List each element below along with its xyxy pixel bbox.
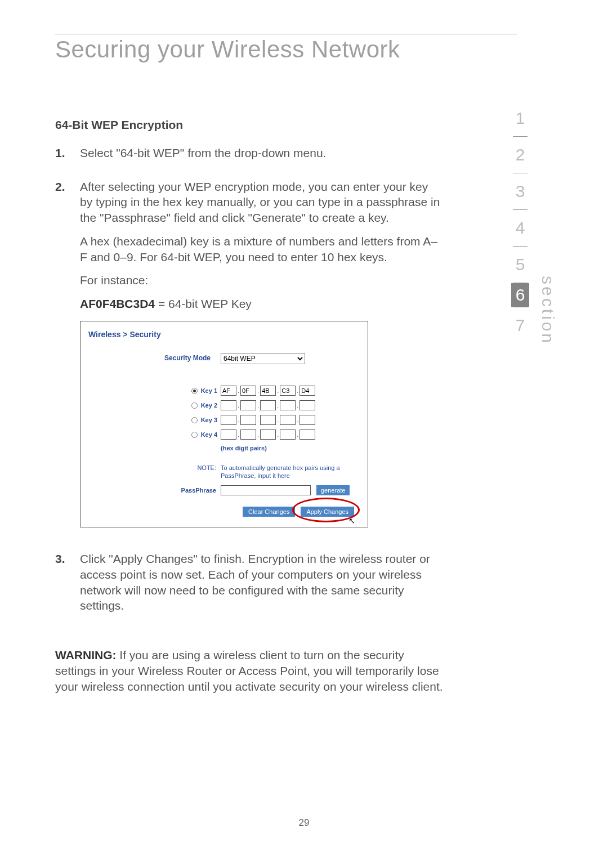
key-4-hex-1[interactable]	[221, 429, 236, 440]
apply-changes-button[interactable]: Apply Changes	[301, 507, 354, 517]
subheading: 64-Bit WEP Encryption	[55, 118, 444, 132]
key-3-row: Key 3 . . . .	[88, 415, 360, 425]
section-nav-4[interactable]: 4	[516, 210, 525, 246]
key-4-hex-2[interactable]	[240, 429, 256, 440]
page-number: 29	[0, 817, 608, 829]
section-nav-5[interactable]: 5	[516, 247, 525, 283]
key-1-hex-5[interactable]	[299, 386, 315, 396]
key-2-radio[interactable]	[191, 402, 198, 409]
key-1-hex-3[interactable]	[260, 386, 276, 396]
clear-changes-button[interactable]: Clear Changes	[243, 507, 295, 517]
button-row: Clear Changes Apply Changes ↖	[88, 507, 360, 517]
passphrase-row: PassPhrase generate	[88, 485, 360, 495]
hex-pairs-note: (hex digit pairs)	[221, 444, 360, 453]
passphrase-input[interactable]	[221, 485, 311, 495]
step-2: 2. After selecting your WEP encryption m…	[55, 179, 444, 542]
title-divider	[55, 34, 517, 34]
note-text: To automatically generate hex pairs usin…	[221, 464, 360, 480]
section-nav-7[interactable]: 7	[516, 307, 525, 343]
main-content: 64-Bit WEP Encryption 1. Select "64-bit …	[55, 118, 444, 694]
note-row: NOTE: To automatically generate hex pair…	[88, 464, 360, 480]
page-title: Securing your Wireless Network	[55, 36, 400, 63]
section-nav: 1 2 3 4 5 6 7	[510, 100, 530, 343]
step-text: For instance:	[80, 272, 444, 288]
warning-paragraph: WARNING: If you are using a wireless cli…	[55, 647, 444, 694]
step-number: 3.	[55, 551, 80, 621]
instruction-list: 1. Select "64-bit WEP" from the drop-dow…	[55, 145, 444, 621]
key-4-radio[interactable]	[191, 432, 198, 438]
step-text: After selecting your WEP encryption mode…	[80, 179, 444, 226]
security-mode-row: Security Mode 64bit WEP	[88, 353, 360, 364]
key-4-hex-5[interactable]	[299, 429, 315, 440]
key-1-radio[interactable]	[191, 388, 198, 394]
security-mode-label: Security Mode	[88, 354, 221, 363]
step-text: A hex (hexadecimal) key is a mixture of …	[80, 234, 444, 265]
key-label: Key 3	[201, 416, 217, 424]
key-3-hex-4[interactable]	[280, 415, 296, 425]
key-1-hex-2[interactable]	[240, 386, 256, 396]
cursor-icon: ↖	[348, 516, 355, 526]
key-3-hex-2[interactable]	[240, 415, 256, 425]
key-label: Key 2	[201, 401, 217, 410]
step-text: Select "64-bit WEP" from the drop-down m…	[80, 145, 444, 161]
key-3-hex-3[interactable]	[260, 415, 276, 425]
key-1-hex-1[interactable]	[221, 386, 236, 396]
key-2-hex-2[interactable]	[240, 400, 256, 410]
generate-button[interactable]: generate	[316, 485, 350, 495]
key-4-row: Key 4 . . . .	[88, 429, 360, 440]
key-1-hex-4[interactable]	[280, 386, 296, 396]
key-2-hex-3[interactable]	[260, 400, 276, 410]
section-nav-6[interactable]: 6	[511, 283, 529, 307]
key-1-row: Key 1 . . . .	[88, 386, 360, 396]
passphrase-label: PassPhrase	[88, 486, 221, 495]
breadcrumb: Wireless > Security	[88, 329, 360, 339]
key-label: Key 1	[201, 387, 217, 395]
key-4-hex-4[interactable]	[280, 429, 296, 440]
step-number: 1.	[55, 145, 80, 169]
key-2-hex-1[interactable]	[221, 400, 236, 410]
key-2-hex-4[interactable]	[280, 400, 296, 410]
section-nav-3[interactable]: 3	[516, 173, 525, 209]
key-4-hex-3[interactable]	[260, 429, 276, 440]
key-3-hex-1[interactable]	[221, 415, 236, 425]
step-3: 3. Click "Apply Changes" to finish. Encr…	[55, 551, 444, 621]
section-label: section	[538, 276, 557, 345]
key-2-hex-5[interactable]	[299, 400, 315, 410]
key-3-radio[interactable]	[191, 417, 198, 423]
key-label: Key 4	[201, 431, 217, 439]
step-text: Click "Apply Changes" to finish. Encrypt…	[80, 551, 444, 614]
key-2-row: Key 2 . . . .	[88, 400, 360, 410]
section-nav-1[interactable]: 1	[516, 100, 525, 136]
step-number: 2.	[55, 179, 80, 542]
key-3-hex-5[interactable]	[299, 415, 315, 425]
section-nav-2[interactable]: 2	[516, 137, 525, 173]
note-label: NOTE:	[88, 464, 221, 480]
router-config-panel: Wireless > Security Security Mode 64bit …	[80, 321, 368, 528]
example-key: AF0F4BC3D4 = 64-bit WEP Key	[80, 296, 444, 312]
step-1: 1. Select "64-bit WEP" from the drop-dow…	[55, 145, 444, 169]
security-mode-select[interactable]: 64bit WEP	[221, 353, 305, 364]
